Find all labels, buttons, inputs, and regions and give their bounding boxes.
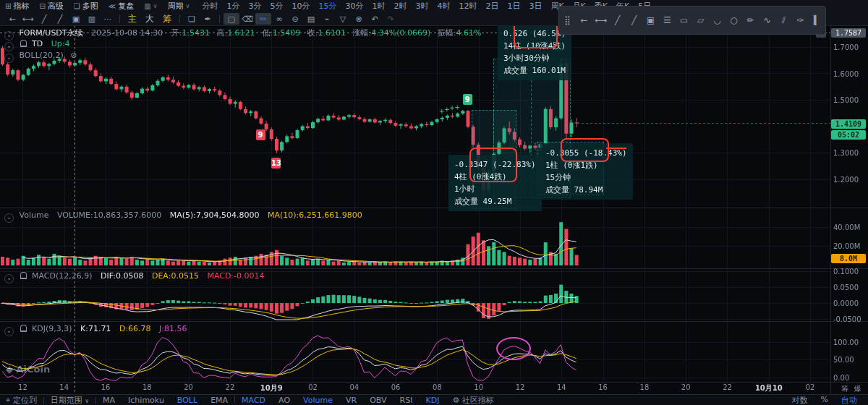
timeframe-分时[interactable]: 分时 <box>202 1 218 12</box>
collapse-chevron-icon[interactable]: ⌄ <box>4 327 14 336</box>
timeframe-3日[interactable]: 3日 <box>529 1 542 12</box>
list-lines-icon[interactable]: ☰ <box>659 9 676 31</box>
indicator-tab-vr[interactable]: VR <box>346 396 357 405</box>
extended-line-icon[interactable]: ⟷ <box>592 9 609 31</box>
timeframe-4时[interactable]: 4时 <box>437 1 450 12</box>
timeframe-12时[interactable]: 12时 <box>459 1 477 12</box>
kdj-pane-title[interactable]: KDJ(9,3,3) <box>32 324 72 333</box>
time-axis[interactable]: 12141618202210月9020406081012141618202210… <box>0 382 830 394</box>
pen-icon[interactable]: ✒ <box>200 13 216 25</box>
pencil-icon[interactable]: ✏ <box>255 13 271 25</box>
timeframe-2时[interactable]: 2时 <box>393 1 407 12</box>
undo-icon[interactable]: ↶ <box>367 13 383 25</box>
wave-icon[interactable]: ∿ <box>759 9 775 31</box>
volume-ma10: MA(10):6,251,661.9800 <box>268 210 362 220</box>
indicator-tab-ema[interactable]: EMA <box>210 396 228 405</box>
alert-bell-icon[interactable] <box>20 40 27 47</box>
timeframe-10分[interactable]: 10分 <box>292 1 310 12</box>
locate-button[interactable]: ⌖ 定位到 <box>6 395 37 405</box>
indicator-tab-kdj[interactable]: KDJ <box>425 396 439 405</box>
indicator-tab-volume[interactable]: Volume <box>303 396 333 405</box>
indicator-tab-rsi[interactable]: RSI <box>400 396 413 405</box>
lock-icon[interactable]: ⊝ <box>287 13 303 25</box>
liquidation-mini-button[interactable]: 爆 <box>854 384 861 394</box>
red-annotation-rect[interactable] <box>469 148 517 182</box>
filter-icon[interactable]: ▽ <box>335 13 351 25</box>
note-icon[interactable]: ▤ <box>303 13 319 25</box>
link-icon[interactable]: ∞ <box>271 13 287 25</box>
indicator-tab-boll[interactable]: BOLL <box>177 396 197 405</box>
measure-arrow-icon[interactable]: ⟷ <box>20 13 36 25</box>
drag-handle-icon[interactable]: ⣿ <box>559 9 576 31</box>
indicator-tab-macd[interactable]: MACD <box>242 396 265 405</box>
td-indicator-name[interactable]: TD <box>32 39 43 48</box>
brush-icon[interactable]: ✑ <box>792 9 809 31</box>
ray-line-icon[interactable]: ╱ <box>626 9 642 31</box>
chart-type-menu[interactable]: ▥∨ <box>144 1 157 12</box>
arrow-icon[interactable]: ← <box>576 9 592 31</box>
macd-pane-title[interactable]: MACD(12,26,9) <box>32 271 93 281</box>
large-chart-button[interactable]: 大 <box>145 13 154 25</box>
marquee-select-icon[interactable]: ▢ <box>224 13 239 25</box>
trash-icon[interactable]: ⊗ <box>351 13 367 25</box>
alert-bell-icon[interactable] <box>20 325 27 332</box>
scale-control-%[interactable]: % <box>821 395 828 405</box>
trend-line-icon[interactable]: ╱ <box>609 9 626 31</box>
collapse-chevron-icon[interactable]: ⌄ <box>4 54 14 63</box>
bar-chart-icon[interactable]: ▥ <box>84 13 100 25</box>
cursor-icon[interactable]: ← <box>4 13 20 25</box>
redo-icon[interactable]: ↷ <box>383 13 399 25</box>
timeframe-3分[interactable]: 3分 <box>248 1 261 12</box>
chips-button[interactable]: 筹 <box>163 13 171 25</box>
pencil-draw-icon[interactable]: ✏ <box>742 9 759 31</box>
volume-pane-title[interactable]: Volume <box>20 210 49 220</box>
eraser-icon[interactable]: ⌫ <box>239 13 255 25</box>
scale-control-对数[interactable]: 对数 <box>792 395 808 405</box>
timeframe-15分[interactable]: 15分 <box>318 1 336 12</box>
chips-mini-button[interactable]: 筹 <box>841 384 848 394</box>
ellipse-icon[interactable]: ○ <box>726 9 742 31</box>
parallelogram-icon[interactable]: ▱ <box>692 9 709 31</box>
symbol-name[interactable]: FORM/USDT永续 <box>20 28 83 38</box>
timeframe-30分[interactable]: 30分 <box>345 1 363 12</box>
timeframe-3时[interactable]: 3时 <box>415 1 428 12</box>
magnet-icon[interactable]: ⌁ <box>319 13 335 25</box>
timeframe-1时[interactable]: 1时 <box>372 1 385 12</box>
grid-box-icon[interactable]: ▣ <box>68 13 84 25</box>
indicator-tab-ao[interactable]: AO <box>278 396 290 405</box>
indicator-tab-obv[interactable]: OBV <box>370 396 386 405</box>
date-range-button[interactable]: 日期范围 ∨ <box>51 395 89 405</box>
indicator-menu[interactable]: ⊞指标 <box>5 1 29 12</box>
eye-off-icon[interactable]: ⊘ <box>70 51 77 60</box>
more-icon[interactable]: ⋯ <box>100 13 116 25</box>
ray-icon[interactable]: ╱ <box>52 13 68 25</box>
collapse-chevron-icon[interactable]: ⌄ <box>4 213 14 223</box>
copy-icon[interactable]: ❏ <box>184 13 200 25</box>
indicator-tab-ichimoku[interactable]: Ichimoku <box>128 396 164 405</box>
advanced-menu[interactable]: ⊟高级 <box>39 1 63 12</box>
boll-indicator-name[interactable]: BOLL(20,2) <box>20 51 64 60</box>
alert-bell-icon[interactable] <box>20 272 27 279</box>
parallel-channel-icon[interactable]: ⫽ <box>775 9 792 31</box>
replay-menu[interactable]: ≪复盘 <box>109 1 134 12</box>
indicator-tab-ma[interactable]: MA <box>103 396 115 405</box>
timeframe-1日[interactable]: 1日 <box>507 1 520 12</box>
text-box-icon[interactable]: ▣ <box>642 9 659 31</box>
red-annotation-rect[interactable] <box>561 138 609 162</box>
collapse-chevron-icon[interactable]: ⌄ <box>4 274 14 284</box>
trendline-icon[interactable]: ╱ <box>36 13 52 25</box>
multi-chart-menu[interactable]: ❏多图 <box>74 1 98 12</box>
resize-handle-icon[interactable]: ▍ <box>809 9 825 31</box>
scale-control-自动[interactable]: 自动 <box>841 395 857 405</box>
pink-ellipse-annotation[interactable] <box>496 337 531 360</box>
chart-canvas[interactable] <box>0 0 868 405</box>
timeframe-5分[interactable]: 5分 <box>270 1 283 12</box>
period-menu[interactable]: 周期∨ <box>168 1 190 12</box>
community-indicators-button[interactable]: ⚙ 社区指标 <box>452 395 493 405</box>
arc-icon[interactable]: ◡ <box>709 9 726 31</box>
timeframe-2日[interactable]: 2日 <box>485 1 498 12</box>
main-chart-button[interactable]: 主 <box>128 13 137 25</box>
rectangle-icon[interactable]: ▭ <box>676 9 692 31</box>
red-annotation-line[interactable] <box>606 148 626 149</box>
timeframe-1分[interactable]: 1分 <box>226 1 239 12</box>
